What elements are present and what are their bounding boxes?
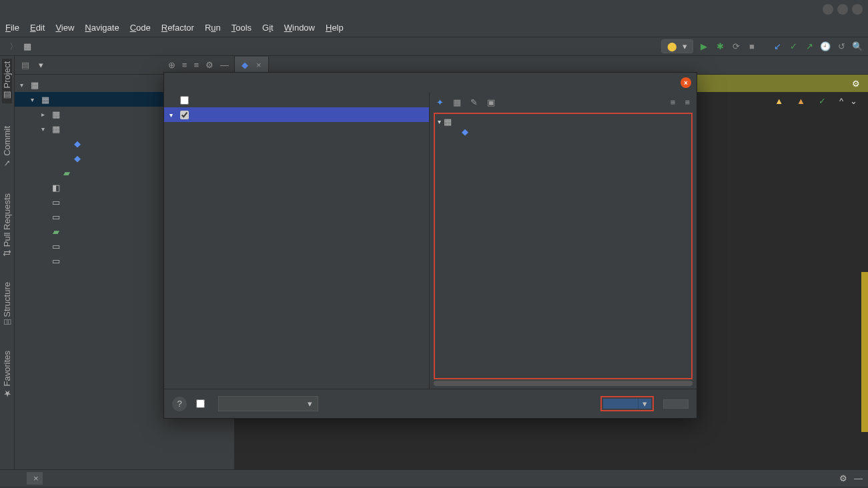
changed-files-tree[interactable]: ▾▦ ◆: [434, 113, 693, 379]
help-button[interactable]: ?: [172, 397, 187, 411]
tool-commit[interactable]: ✓ Commit: [2, 123, 12, 171]
hide-icon[interactable]: —: [220, 60, 229, 70]
python-file-icon: ◆: [242, 60, 248, 70]
git-commit-icon[interactable]: ✓: [788, 41, 799, 52]
revert-icon[interactable]: ↺: [836, 41, 847, 52]
tool-structure[interactable]: ⌸ Structure: [2, 279, 12, 327]
dialog-titlebar: ×: [164, 73, 697, 93]
git-pull-icon[interactable]: ↙: [772, 41, 783, 52]
typo-icon: ✓: [819, 96, 826, 106]
close-window-icon[interactable]: [852, 4, 863, 15]
editor-tab-manifest[interactable]: ◆ ×: [235, 57, 269, 74]
push-button-highlight: ▾: [600, 396, 654, 411]
window-titlebar: [0, 0, 868, 19]
tool-pull-requests[interactable]: ⇅ Pull Requests: [2, 191, 12, 259]
expand-all-icon[interactable]: ≡: [182, 60, 187, 70]
debug-button[interactable]: ✱: [715, 41, 725, 52]
dialog-footer: ? ▾ ▾: [164, 389, 697, 418]
chevron-up-icon[interactable]: ^: [839, 96, 843, 106]
diff-icon[interactable]: ✎: [470, 97, 478, 107]
minimize-icon[interactable]: [823, 4, 833, 15]
coverage-button[interactable]: ⟳: [731, 41, 741, 52]
menu-tools[interactable]: Tools: [232, 23, 252, 33]
menu-refactor[interactable]: Refactor: [161, 23, 194, 33]
git-push-icon[interactable]: ↗: [804, 41, 815, 52]
group-by-icon[interactable]: ▦: [453, 97, 461, 107]
close-dialog-button[interactable]: ×: [681, 77, 691, 88]
edit-all-targets-link[interactable]: [164, 381, 429, 389]
menu-git[interactable]: Git: [262, 23, 274, 33]
python-file-icon: ◆: [462, 127, 468, 137]
project-view-icon: ▤: [20, 60, 31, 71]
menu-code[interactable]: Code: [130, 23, 151, 33]
run-button[interactable]: ▶: [699, 41, 709, 52]
chevron-down-icon: ▾: [308, 399, 312, 409]
push-button[interactable]: [603, 399, 638, 409]
stop-button: ■: [747, 41, 757, 52]
repo-row-testcybro[interactable]: ▾: [164, 107, 429, 122]
gear-icon[interactable]: ⚙: [852, 79, 860, 89]
left-tool-gutter: ▤ Project ✓ Commit ⇅ Pull Requests ⌸ Str…: [0, 56, 15, 469]
menu-window[interactable]: Window: [284, 23, 315, 33]
push-commits-dialog: × ▾: [163, 72, 697, 419]
revert-icon[interactable]: ▣: [487, 97, 495, 107]
maximize-icon[interactable]: [837, 4, 848, 15]
git-console-tab[interactable]: ×: [27, 472, 43, 485]
select-opened-file-icon[interactable]: ⊕: [168, 60, 175, 70]
run-configuration-selector[interactable]: ⬤ ▾: [661, 39, 693, 53]
repos-pane: ▾: [164, 93, 430, 389]
push-tags-checkbox[interactable]: [196, 399, 205, 408]
menu-navigate[interactable]: Navigate: [85, 23, 119, 33]
chevron-down-icon: ▾: [683, 41, 687, 51]
gear-icon[interactable]: ⚙: [205, 60, 213, 70]
tool-project[interactable]: ▤ Project: [2, 59, 12, 103]
menu-edit[interactable]: Edit: [30, 23, 45, 33]
repo-checkbox[interactable]: [180, 96, 189, 105]
pin-icon[interactable]: ✦: [436, 97, 444, 107]
tool-favorites[interactable]: ★ Favorites: [2, 348, 12, 401]
chevron-down-icon[interactable]: ▾: [39, 60, 43, 70]
navigation-bar: 〉 ▦ ⬤ ▾ ▶ ✱ ⟳ ■ ↙ ✓ ↗ 🕘 ↺ 🔍: [0, 37, 868, 56]
close-tab-icon[interactable]: ×: [256, 60, 262, 70]
python-icon: ⬤: [667, 41, 677, 51]
inspection-widget[interactable]: ▲ ▲ ✓ ^⌄: [775, 96, 857, 106]
hide-icon[interactable]: —: [854, 473, 863, 483]
push-tags-select[interactable]: ▾: [218, 396, 318, 411]
menu-run[interactable]: Run: [205, 23, 221, 33]
collapse-all-icon[interactable]: ≡: [685, 97, 690, 107]
close-icon[interactable]: ×: [33, 473, 39, 483]
folder-icon: ▦: [22, 41, 33, 52]
horizontal-scrollbar[interactable]: [434, 381, 693, 386]
git-history-icon[interactable]: 🕘: [820, 41, 831, 52]
menu-view[interactable]: View: [55, 23, 74, 33]
scrollbar-marker: [861, 272, 868, 432]
gear-icon[interactable]: ⚙: [839, 473, 847, 483]
changes-pane: ✦ ▦ ✎ ▣ ≡ ≡ ▾▦ ◆: [430, 93, 697, 389]
weak-warning-icon: ▲: [797, 96, 805, 106]
warning-icon: ▲: [775, 96, 783, 106]
folder-icon: ▦: [444, 117, 452, 127]
menu-help[interactable]: Help: [326, 23, 344, 33]
search-everywhere-icon[interactable]: 🔍: [852, 41, 863, 52]
breadcrumb-separator: 〉: [9, 41, 18, 53]
expand-all-icon[interactable]: ≡: [671, 97, 676, 107]
repo-row-cybrotest[interactable]: [164, 93, 429, 107]
menu-bar: File Edit View Navigate Code Refactor Ru…: [0, 19, 868, 37]
menu-file[interactable]: File: [5, 23, 19, 33]
push-button-menu[interactable]: ▾: [638, 399, 651, 409]
collapse-all-icon[interactable]: ≡: [193, 60, 199, 70]
chevron-down-icon[interactable]: ⌄: [850, 96, 857, 106]
cancel-button[interactable]: [663, 399, 689, 409]
git-toolwindow-tabs: × ⚙ —: [0, 469, 868, 487]
repo-checkbox[interactable]: [180, 111, 189, 119]
